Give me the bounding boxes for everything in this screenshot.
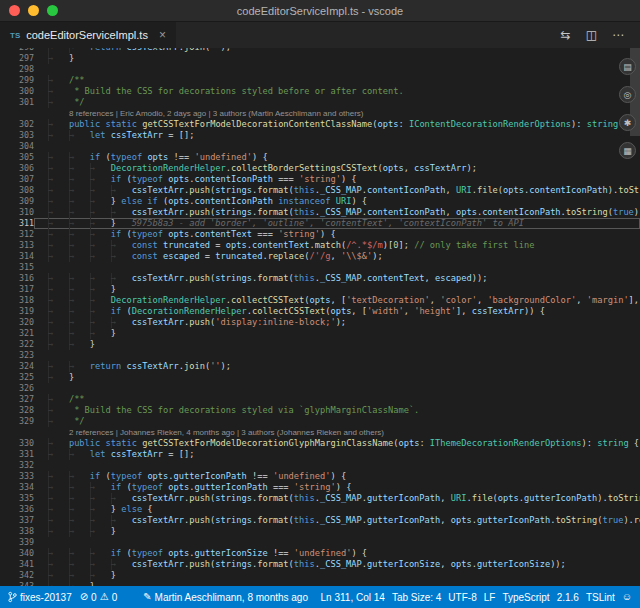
line-number[interactable]: 324 <box>0 361 34 372</box>
code-text[interactable] <box>34 141 640 152</box>
line-number[interactable]: 319 <box>0 306 34 317</box>
line-number[interactable]: 313 <box>0 240 34 251</box>
asterisk-icon[interactable]: ✱ <box>619 114 636 131</box>
line-number[interactable]: 297 <box>0 53 34 64</box>
code-text[interactable]: →→→} <box>34 570 640 581</box>
line-number[interactable]: 341 <box>0 559 34 570</box>
code-text[interactable]: →→→DecorationRenderHelper.collectBorderS… <box>34 163 640 174</box>
line-number[interactable]: 310 <box>0 207 34 218</box>
encoding-indicator[interactable]: UTF-8 <box>448 592 476 603</box>
line-number[interactable]: 309 <box>0 196 34 207</box>
line-number[interactable]: 316 <box>0 273 34 284</box>
code-text[interactable]: → * Build the CSS for decorations styled… <box>34 405 640 416</box>
line-number[interactable]: 343 <box>0 581 34 586</box>
line-number[interactable]: 308 <box>0 185 34 196</box>
line-number[interactable] <box>0 427 34 438</box>
code-text[interactable]: →→→} 5975b8a3 - add 'border', 'outline',… <box>34 218 640 229</box>
code-text[interactable]: →→→→cssTextArr.push(strings.format(this.… <box>34 493 640 504</box>
line-number[interactable]: 337 <box>0 515 34 526</box>
line-number[interactable]: 315 <box>0 262 34 273</box>
line-number[interactable]: 301 <box>0 97 34 108</box>
code-text[interactable]: → */ <box>34 416 640 427</box>
code-text[interactable]: →→→→const escaped = truncated.replace(/'… <box>34 251 640 262</box>
more-actions-icon[interactable]: ⋯ <box>612 28 624 42</box>
line-number[interactable]: 307 <box>0 174 34 185</box>
minimize-window-button[interactable] <box>28 5 39 16</box>
code-text[interactable]: →} <box>34 372 640 383</box>
line-number[interactable]: 329 <box>0 416 34 427</box>
code-text[interactable]: →/** <box>34 394 640 405</box>
line-number[interactable]: 326 <box>0 383 34 394</box>
code-text[interactable]: →public static getCSSTextForModelDecorat… <box>34 119 640 130</box>
line-number[interactable]: 312 <box>0 229 34 240</box>
code-text[interactable]: →→} <box>34 339 640 350</box>
code-text[interactable] <box>34 64 640 75</box>
line-number[interactable]: 323 <box>0 350 34 361</box>
line-number[interactable]: 303 <box>0 130 34 141</box>
code-editor[interactable]: 296→→return cssTextArr.join('');297→}298… <box>0 48 640 586</box>
code-text[interactable]: →→→→const truncated = opts.contentText.m… <box>34 240 640 251</box>
line-number[interactable]: 305 <box>0 152 34 163</box>
line-number[interactable]: 321 <box>0 328 34 339</box>
line-number[interactable]: 317 <box>0 284 34 295</box>
line-number[interactable]: 327 <box>0 394 34 405</box>
line-number[interactable]: 334 <box>0 482 34 493</box>
tslint-indicator[interactable]: TSLint <box>586 592 615 603</box>
line-number[interactable]: 336 <box>0 504 34 515</box>
close-tab-icon[interactable]: × <box>159 28 166 42</box>
line-number[interactable]: 331 <box>0 449 34 460</box>
code-text[interactable]: →→→if (typeof opts.contentText === 'stri… <box>34 229 640 240</box>
code-text[interactable]: →→→→cssTextArr.push(strings.format(this.… <box>34 207 640 218</box>
code-text[interactable]: →→→if (DecorationRenderHelper.collectCSS… <box>34 306 640 317</box>
line-number[interactable]: 338 <box>0 526 34 537</box>
eol-indicator[interactable]: LF <box>484 592 496 603</box>
codelens-link[interactable]: 8 references | Eric Amodio, 2 days ago |… <box>34 108 640 119</box>
code-text[interactable]: →→let cssTextArr = []; <box>34 130 640 141</box>
code-text[interactable]: →→→} <box>34 284 640 295</box>
line-number[interactable] <box>0 108 34 119</box>
code-text[interactable]: →→→} <box>34 328 640 339</box>
grid-icon[interactable]: ▦ <box>619 142 636 159</box>
language-indicator[interactable]: TypeScript <box>502 592 549 603</box>
document-icon[interactable]: ▤ <box>619 58 636 75</box>
cursor-position-indicator[interactable]: Ln 311, Col 14 <box>321 592 385 603</box>
code-text[interactable]: →→return cssTextArr.join(''); <box>34 361 640 372</box>
line-number[interactable]: 339 <box>0 537 34 548</box>
line-number[interactable]: 328 <box>0 405 34 416</box>
code-text[interactable]: →→if (typeof opts.gutterIconPath !== 'un… <box>34 471 640 482</box>
code-text[interactable]: →→→→cssTextArr.push(strings.format(this.… <box>34 273 640 284</box>
code-text[interactable]: →→→} <box>34 526 640 537</box>
tab-codeeditorserviceimpl[interactable]: TS codeEditorServiceImpl.ts × <box>0 22 176 48</box>
close-window-button[interactable] <box>9 5 20 16</box>
problems-indicator[interactable]: ⊘ 0 ⚠ 0 <box>80 592 117 603</box>
code-text[interactable]: →→→→cssTextArr.push(strings.format(this.… <box>34 185 640 196</box>
code-text[interactable]: →/** <box>34 75 640 86</box>
code-text[interactable] <box>34 383 640 394</box>
code-text[interactable]: →→→if (typeof opts.contentIconPath === '… <box>34 174 640 185</box>
code-text[interactable]: →→→→cssTextArr.push(strings.format(this.… <box>34 515 640 526</box>
line-number[interactable]: 325 <box>0 372 34 383</box>
line-number[interactable]: 314 <box>0 251 34 262</box>
zoom-window-button[interactable] <box>47 5 58 16</box>
code-text[interactable]: →→→DecorationRenderHelper.collectCSSText… <box>34 295 640 306</box>
line-number[interactable]: 322 <box>0 339 34 350</box>
open-changes-icon[interactable]: ⇆ <box>561 28 571 42</box>
tab-size-indicator[interactable]: Tab Size: 4 <box>392 592 441 603</box>
line-number[interactable]: 333 <box>0 471 34 482</box>
line-number[interactable]: 332 <box>0 460 34 471</box>
line-number[interactable]: 335 <box>0 493 34 504</box>
blame-status[interactable]: ✎ Martin Aeschlimann, 8 months ago <box>143 592 308 603</box>
code-text[interactable]: →→→} else if (opts.contentIconPath insta… <box>34 196 640 207</box>
feedback-smiley-icon[interactable]: ☺ <box>622 592 632 602</box>
split-editor-icon[interactable]: ◫ <box>586 28 597 42</box>
code-text[interactable] <box>34 460 640 471</box>
line-number[interactable]: 304 <box>0 141 34 152</box>
line-number[interactable]: 320 <box>0 317 34 328</box>
line-number[interactable]: 318 <box>0 295 34 306</box>
line-number[interactable]: 340 <box>0 548 34 559</box>
line-number[interactable]: 298 <box>0 64 34 75</box>
line-number[interactable]: 342 <box>0 570 34 581</box>
code-text[interactable]: →→let cssTextArr = []; <box>34 449 640 460</box>
code-text[interactable]: →→→if (typeof opts.gutterIconSize !== 'u… <box>34 548 640 559</box>
git-branch-indicator[interactable]: fixes-20137 <box>8 591 72 603</box>
